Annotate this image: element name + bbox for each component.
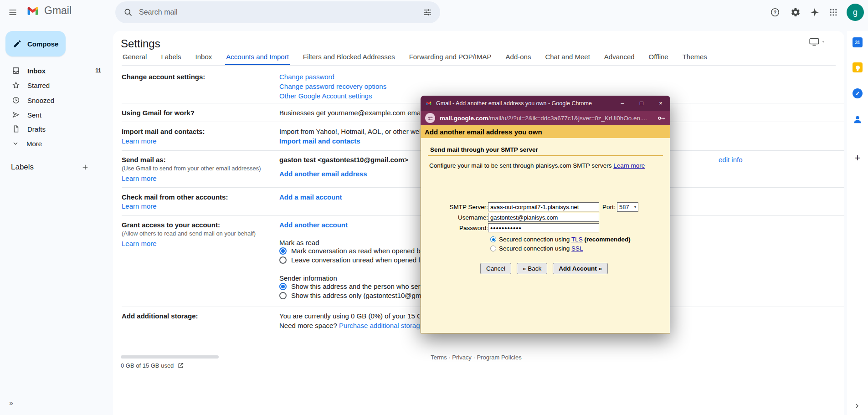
password-key-icon[interactable] bbox=[657, 114, 666, 123]
password-input[interactable] bbox=[488, 223, 599, 232]
maximize-button[interactable]: □ bbox=[632, 96, 651, 111]
search-input[interactable] bbox=[139, 8, 416, 16]
radio-leave-conversation-unread[interactable]: Leave conversation unread when opened l bbox=[279, 256, 420, 264]
radio-show-address-and-person[interactable]: Show this address and the person who ser bbox=[279, 282, 421, 290]
tab-add-ons[interactable]: Add-ons bbox=[505, 52, 532, 65]
tasks-icon[interactable]: ✓ bbox=[853, 88, 863, 98]
sidebar-item-drafts[interactable]: Drafts bbox=[4, 122, 108, 136]
tab-offline[interactable]: Offline bbox=[648, 52, 669, 65]
sidebar-item-label: Inbox bbox=[27, 67, 46, 75]
cancel-button[interactable]: Cancel bbox=[480, 263, 511, 274]
radio-secured-ssl[interactable]: Secured connection using SSL bbox=[490, 245, 583, 252]
hamburger-menu-icon[interactable] bbox=[6, 6, 19, 19]
add-account-button[interactable]: Add Account » bbox=[553, 263, 608, 274]
radio-selected-icon[interactable] bbox=[490, 236, 496, 242]
tab-advanced[interactable]: Advanced bbox=[603, 52, 636, 65]
radio-secured-tls[interactable]: Secured connection using TLS (recommende… bbox=[490, 236, 631, 243]
radio-label: Mark conversation as read when opened b bbox=[291, 247, 421, 255]
tls-recommended: (recommended) bbox=[583, 236, 631, 243]
purchase-additional-storage-link[interactable]: Purchase additional storage bbox=[339, 322, 420, 329]
port-select[interactable]: 587 ▾ bbox=[617, 202, 638, 212]
dialog-content: Add another email address you own Send m… bbox=[421, 125, 670, 333]
settings-tabs: General Labels Inbox Accounts and Import… bbox=[122, 52, 836, 66]
edit-info-link[interactable]: edit info bbox=[719, 156, 743, 164]
change-password-link[interactable]: Change password bbox=[279, 73, 334, 81]
gemini-sparkle-icon[interactable] bbox=[807, 5, 822, 20]
sidebar-item-label: More bbox=[26, 140, 42, 148]
add-another-account-link[interactable]: Add another account bbox=[279, 221, 348, 229]
calendar-icon[interactable]: 31 bbox=[853, 37, 863, 47]
sidebar-item-inbox[interactable]: Inbox 11 bbox=[4, 63, 108, 78]
help-icon[interactable]: ? bbox=[767, 5, 783, 20]
settings-gear-icon[interactable] bbox=[788, 5, 803, 20]
gmail-m-icon bbox=[425, 101, 432, 106]
apps-grid-icon[interactable] bbox=[826, 5, 841, 20]
search-filter-tune-icon[interactable] bbox=[423, 8, 432, 17]
close-button[interactable]: × bbox=[651, 96, 670, 111]
import-mail-and-contacts-link[interactable]: Import mail and contacts bbox=[279, 137, 360, 145]
account-avatar[interactable]: g bbox=[847, 4, 864, 21]
popup-url[interactable]: mail.google.com/mail/u/2/?ui=2&ik=ddc3a6… bbox=[440, 115, 652, 122]
topbar: Gmail ? g bbox=[0, 0, 868, 31]
tab-accounts-and-import[interactable]: Accounts and Import bbox=[225, 52, 290, 65]
radio-unselected-icon[interactable] bbox=[279, 256, 287, 264]
tab-labels[interactable]: Labels bbox=[160, 52, 182, 65]
storage-quota: 0 GB of 15 GB used bbox=[121, 362, 184, 369]
compose-button[interactable]: Compose bbox=[5, 31, 66, 56]
storage-more-space-line: Need more space? Purchase additional sto… bbox=[279, 322, 420, 329]
sidebar-item-sent[interactable]: Sent bbox=[4, 108, 108, 122]
add-a-mail-account-link[interactable]: Add a mail account bbox=[279, 193, 342, 201]
tab-filters-and-blocked-addresses[interactable]: Filters and Blocked Addresses bbox=[302, 52, 396, 65]
send-mail-as-address: gaston test <gastontest10@gmail.com> bbox=[279, 156, 408, 164]
svg-text:?: ? bbox=[774, 10, 776, 15]
site-info-icon[interactable] bbox=[425, 113, 435, 123]
grant-access-learn-more-link[interactable]: Learn more bbox=[122, 240, 157, 247]
get-add-ons-plus-icon[interactable]: + bbox=[853, 153, 863, 163]
ssl-link[interactable]: SSL bbox=[571, 245, 583, 252]
add-another-email-address-link[interactable]: Add another email address bbox=[279, 170, 367, 178]
tab-general[interactable]: General bbox=[122, 52, 148, 65]
sidebar-item-more[interactable]: More bbox=[4, 136, 108, 151]
radio-unselected-icon[interactable] bbox=[279, 292, 287, 299]
dialog-learn-more-link[interactable]: Learn more bbox=[613, 162, 645, 169]
check-mail-learn-more-link[interactable]: Learn more bbox=[122, 202, 157, 210]
radio-unselected-icon[interactable] bbox=[490, 246, 496, 251]
select-arrow-icon: ▾ bbox=[634, 205, 636, 209]
keep-icon[interactable] bbox=[853, 62, 863, 72]
tab-inbox[interactable]: Inbox bbox=[195, 52, 213, 65]
footer-legal-links[interactable]: Terms · Privacy · Program Policies bbox=[408, 354, 544, 361]
popup-titlebar[interactable]: Gmail - Add another email address you ow… bbox=[421, 96, 670, 111]
send-mail-as-learn-more-link[interactable]: Learn more bbox=[122, 174, 157, 182]
back-button[interactable]: « Back bbox=[517, 263, 547, 274]
username-input[interactable] bbox=[488, 213, 599, 222]
radio-selected-icon[interactable] bbox=[279, 283, 287, 290]
radio-selected-icon[interactable] bbox=[279, 247, 287, 255]
search-bar[interactable] bbox=[115, 1, 440, 23]
tab-forwarding-and-pop-imap[interactable]: Forwarding and POP/IMAP bbox=[408, 52, 493, 65]
tls-link[interactable]: TLS bbox=[571, 236, 583, 243]
sidebar-item-snoozed[interactable]: Snoozed bbox=[4, 93, 108, 108]
chevron-right-icon[interactable] bbox=[853, 402, 861, 410]
radio-mark-conversation-read[interactable]: Mark conversation as read when opened b bbox=[279, 247, 421, 255]
sidebar-item-starred[interactable]: Starred bbox=[4, 78, 108, 92]
gmail-wordmark: Gmail bbox=[44, 5, 72, 17]
chevron-down-icon bbox=[12, 140, 19, 147]
popup-url-bar[interactable]: mail.google.com/mail/u/2/?ui=2&ik=ddc3a6… bbox=[421, 111, 670, 125]
other-google-account-settings-link[interactable]: Other Google Account settings bbox=[279, 92, 372, 100]
external-link-icon[interactable] bbox=[177, 362, 184, 369]
tab-themes[interactable]: Themes bbox=[682, 52, 708, 65]
contacts-icon[interactable] bbox=[853, 114, 863, 124]
import-learn-more-link[interactable]: Learn more bbox=[122, 137, 157, 145]
search-icon[interactable] bbox=[123, 8, 133, 17]
horizontal-scrollbar-thumb[interactable] bbox=[121, 355, 219, 359]
tab-chat-and-meet[interactable]: Chat and Meet bbox=[544, 52, 591, 65]
need-more-space-text: Need more space? bbox=[279, 322, 339, 329]
minimize-button[interactable]: – bbox=[613, 96, 632, 111]
collapse-chevrons-left-bottom[interactable]: » bbox=[9, 399, 13, 407]
gmail-logo[interactable]: Gmail bbox=[25, 5, 72, 17]
create-label-plus-icon[interactable] bbox=[81, 163, 89, 171]
change-password-recovery-link[interactable]: Change password recovery options bbox=[279, 82, 386, 90]
radio-show-address-only[interactable]: Show this address only (gastontest10@gm bbox=[279, 292, 421, 299]
display-density-control[interactable] bbox=[809, 38, 826, 46]
smtp-server-input[interactable] bbox=[488, 202, 599, 211]
